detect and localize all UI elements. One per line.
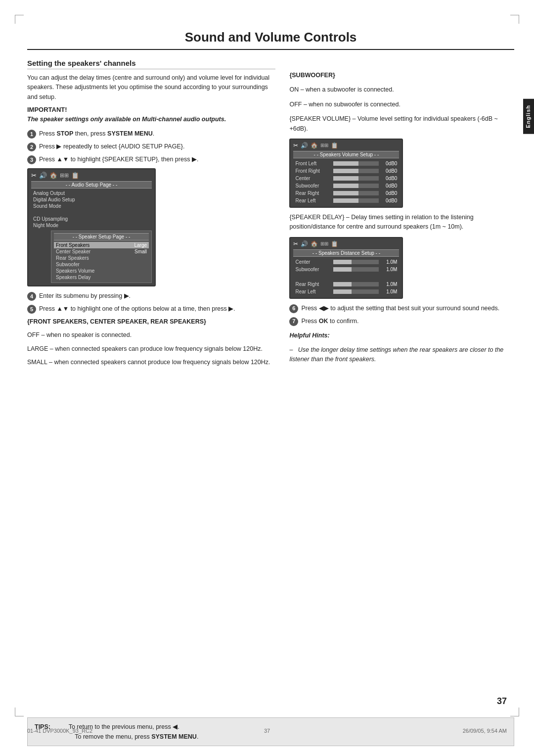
footer-right: 26/09/05, 9:54 AM: [463, 728, 507, 734]
footer-center: 37: [264, 728, 270, 734]
vol-row-frontright: Front Right 0dB0: [293, 167, 399, 175]
intro-text: You can adjust the delay times (centre a…: [27, 73, 275, 102]
step-4: 4 Enter its submenu by pressing ▶.: [27, 291, 275, 301]
step-num-7: 7: [289, 317, 298, 326]
home-icon: 🏠: [49, 172, 57, 179]
step-6: 6 Press ◀▶ to adjust the setting that be…: [289, 304, 514, 313]
vol-scissors-icon: ✂: [293, 142, 298, 149]
subwoofer-on: ON – when a subwoofer is connected.: [289, 85, 514, 94]
screen-row-front: Front SpeakersLarge: [54, 242, 149, 248]
distance-setup-screen: ✂ 🔊 🏠 ⊞⊞ 📋 - - Speakers Distance Setup -…: [289, 237, 403, 299]
dist-scissors-icon: ✂: [293, 240, 298, 247]
page-title: Sound and Volume Controls: [27, 30, 514, 50]
screen-row-spkdelay: Speakers Delay: [54, 274, 149, 281]
vol-speaker-icon: 🔊: [301, 142, 308, 149]
dist-row-subwoofer: Subwoofer 1.0M: [293, 266, 399, 273]
step-num-4: 4: [27, 292, 36, 301]
screen-row-analog: Analog Output: [31, 190, 152, 196]
step-num-3: 3: [27, 155, 36, 164]
speaker-volume-text: {SPEAKER VOLUME} – Volume level setting …: [289, 114, 514, 134]
screen-row-cd: CD Upsampling: [31, 216, 152, 222]
step-num-6: 6: [289, 304, 298, 313]
step-text-5: Press ▲▼ to highlight one of the options…: [39, 304, 275, 314]
screen-topbar: ✂ 🔊 🏠 ⊞⊞ 📋: [31, 172, 152, 179]
speaker-off-text: OFF – when no speaker is connected.: [27, 331, 275, 340]
step-5: 5 Press ▲▼ to highlight one of the optio…: [27, 304, 275, 314]
dist-row-center: Center 1.0M: [293, 258, 399, 266]
dist-row-rearright: Rear Right 1.0M: [293, 281, 399, 288]
subwoofer-off: OFF – when no subwoofer is connected.: [289, 100, 514, 109]
vol-row-subwoofer: Subwoofer 0dB0: [293, 182, 399, 189]
speaker-types-heading: {FRONT SPEAKERS, CENTER SPEAKER, REAR SP…: [27, 317, 275, 327]
dist-home-icon: 🏠: [311, 240, 318, 247]
section-heading: Setting the speakers' channels: [27, 59, 275, 69]
vol-row-center: Center 0dB0: [293, 175, 399, 182]
volume-setup-screen: ✂ 🔊 🏠 ⊞⊞ 📋 - - Speakers Volume Setup - -…: [289, 139, 403, 208]
speaker-small-text: SMALL – when connected speakers cannot p…: [27, 358, 275, 367]
screen-row-rear: Rear Speakers: [54, 255, 149, 261]
screen-row-sub: Subwoofer: [54, 261, 149, 268]
step-3: 3 Press ▲▼ to highlight {SPEAKER SETUP},…: [27, 155, 275, 164]
step-num-2: 2: [27, 142, 36, 151]
corner-mark-tr: [510, 15, 519, 24]
dist-page-title: - - Speakers Distance Setup - -: [293, 249, 399, 257]
vol-row-rearright: Rear Right 0dB0: [293, 189, 399, 197]
screen-row-sound: Sound Mode: [31, 203, 152, 209]
screen-row-night: Night Mode: [31, 222, 152, 229]
step-text-4: Enter its submenu by pressing ▶.: [39, 291, 275, 301]
tips-bar: TIPS: To return to the previous menu, pr…: [27, 717, 514, 746]
audio-page-title: - - Audio Setup Page - -: [31, 181, 152, 189]
audio-setup-screen: ✂ 🔊 🏠 ⊞⊞ 📋 - - Audio Setup Page - - Anal…: [27, 168, 156, 286]
vol-row-frontleft: Front Left 0dB0: [293, 160, 399, 167]
main-content: Sound and Volume Controls Setting the sp…: [27, 30, 514, 714]
speaker-icon: 🔊: [39, 172, 47, 179]
step-7: 7 Press OK to confirm.: [289, 317, 514, 326]
step-text-7: Press OK to confirm.: [301, 317, 514, 326]
step-text-2: Press ▶ repeatedly to select {AUDIO SETU…: [39, 142, 275, 151]
dist-doc-icon: 📋: [331, 240, 338, 247]
scissors-icon: ✂: [31, 172, 37, 179]
footer-left: 01-41 DVP3000K_93_RC2: [27, 728, 92, 734]
screen-row-blank: [31, 209, 152, 216]
content-columns: Setting the speakers' channels You can a…: [27, 59, 514, 371]
vol-page-title: - - Speakers Volume Setup - -: [293, 151, 399, 158]
dist-row-blank: [293, 273, 399, 281]
screen-row-center: Center SpeakerSmall: [54, 248, 149, 255]
dist-speaker-icon: 🔊: [301, 240, 308, 247]
vol-grid-icon: ⊞⊞: [320, 142, 328, 148]
step-text-6: Press ◀▶ to adjust the setting that best…: [301, 304, 514, 313]
speaker-large-text: LARGE – when connected speakers can prod…: [27, 344, 275, 354]
corner-mark-tl: [15, 15, 24, 24]
step-text-3: Press ▲▼ to highlight {SPEAKER SETUP}, t…: [39, 155, 275, 164]
dist-row-rearleft: Rear Left 1.0M: [293, 288, 399, 295]
step-num-5: 5: [27, 305, 36, 314]
tips-line2: To remove the menu, press SYSTEM MENU.: [75, 733, 198, 740]
helpful-hints-label: Helpful Hints:: [289, 331, 514, 340]
step-2: 2 Press ▶ repeatedly to select {AUDIO SE…: [27, 142, 275, 151]
subwoofer-heading: {SUBWOOFER}: [289, 71, 514, 80]
speaker-delay-text: {SPEAKER DELAY} – Delay times setting in…: [289, 213, 514, 232]
vol-doc-icon: 📋: [331, 142, 338, 149]
corner-mark-bl: [15, 708, 24, 716]
helpful-hints-text: – Use the longer delay time settings whe…: [289, 345, 514, 365]
step-1: 1 Press STOP then, press SYSTEM MENU.: [27, 129, 275, 139]
page-number: 37: [497, 696, 507, 707]
screen-row-spkvol: Speakers Volume: [54, 268, 149, 274]
left-column: Setting the speakers' channels You can a…: [27, 59, 275, 371]
dist-grid-icon: ⊞⊞: [320, 241, 328, 246]
language-tab: English: [523, 99, 534, 134]
dist-screen-topbar: ✂ 🔊 🏠 ⊞⊞ 📋: [293, 240, 399, 247]
vol-row-rearleft: Rear Left 0dB0: [293, 197, 399, 204]
vol-screen-topbar: ✂ 🔊 🏠 ⊞⊞ 📋: [293, 142, 399, 149]
important-label: IMPORTANT!: [27, 106, 275, 113]
step-text-1: Press STOP then, press SYSTEM MENU.: [39, 129, 275, 139]
step-num-1: 1: [27, 130, 36, 139]
grid-icon: ⊞⊞: [60, 172, 69, 179]
screen-row-digital: Digital Audio Setup: [31, 196, 152, 203]
vol-home-icon: 🏠: [311, 142, 318, 149]
right-column: {SUBWOOFER} ON – when a subwoofer is con…: [289, 59, 514, 371]
doc-icon: 📋: [71, 172, 79, 179]
speaker-page-title: - - Speaker Setup Page - -: [54, 233, 149, 240]
important-italic: The speaker settings only available on M…: [27, 115, 275, 124]
